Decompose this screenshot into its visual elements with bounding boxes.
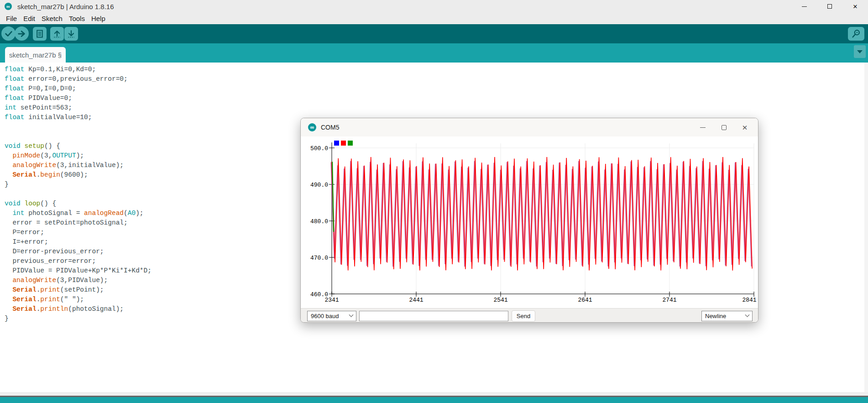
- plotter-control-bar: 9600 baud Send Newline: [301, 308, 758, 323]
- minimize-icon: [802, 6, 807, 7]
- arduino-logo-icon: ∞: [5, 3, 12, 10]
- title-bar[interactable]: ∞ sketch_mar27b | Arduino 1.8.16 ✕: [0, 0, 868, 13]
- code-line: float PIDValue=0;: [5, 94, 868, 103]
- upload-icon: [17, 29, 27, 39]
- window-title: sketch_mar27b | Arduino 1.8.16: [17, 3, 114, 10]
- svg-text:470.0: 470.0: [310, 255, 328, 262]
- svg-text:2541: 2541: [493, 297, 507, 304]
- verify-button[interactable]: [1, 26, 16, 41]
- serial-plotter-window: ∞ COM5 ✕ 500.0490.0480.0470.0460.0234124…: [300, 118, 758, 323]
- legend-swatch-series-red: [341, 141, 346, 146]
- menu-help[interactable]: Help: [88, 14, 109, 23]
- plotter-title-bar[interactable]: ∞ COM5 ✕: [301, 118, 758, 136]
- svg-text:2841: 2841: [742, 297, 756, 304]
- serial-monitor-button[interactable]: [848, 27, 864, 41]
- line-ending-value: Newline: [705, 313, 726, 319]
- open-icon: [52, 29, 62, 38]
- serial-monitor-icon: [851, 29, 861, 39]
- legend-swatch-series-green: [348, 141, 353, 146]
- baud-rate-select[interactable]: 9600 baud: [307, 311, 356, 321]
- maximize-icon: [722, 125, 727, 130]
- svg-text:2641: 2641: [578, 297, 592, 304]
- minimize-icon: [700, 127, 706, 128]
- code-line: int setPoint=563;: [5, 103, 868, 113]
- send-button[interactable]: Send: [512, 310, 535, 322]
- legend-swatch-series-blue: [334, 141, 339, 146]
- baud-rate-value: 9600 baud: [311, 313, 339, 319]
- tab-sketch-mar27b[interactable]: sketch_mar27b §: [5, 47, 66, 63]
- close-icon: ✕: [742, 124, 748, 131]
- open-button[interactable]: [50, 27, 64, 41]
- serial-plotter-chart: 500.0490.0480.0470.0460.0234124412541264…: [301, 136, 758, 308]
- plotter-minimize-button[interactable]: [692, 118, 713, 136]
- plot-legend: [334, 141, 353, 146]
- svg-text:2441: 2441: [409, 297, 423, 304]
- svg-text:2341: 2341: [324, 297, 339, 304]
- editor-scrollbar[interactable]: [864, 63, 868, 392]
- chevron-down-icon: [349, 313, 354, 317]
- toolbar: [0, 24, 868, 43]
- console-area: [0, 392, 868, 396]
- line-ending-select[interactable]: Newline: [701, 311, 753, 321]
- svg-text:500.0: 500.0: [310, 145, 328, 152]
- maximize-icon: [827, 4, 832, 9]
- plotter-maximize-button[interactable]: [713, 118, 734, 136]
- menu-file[interactable]: File: [3, 14, 20, 23]
- tab-list-button[interactable]: [854, 45, 866, 58]
- chevron-down-icon: [857, 50, 863, 53]
- menu-sketch[interactable]: Sketch: [38, 14, 66, 23]
- tab-label: sketch_mar27b §: [9, 51, 62, 59]
- menu-tools[interactable]: Tools: [66, 14, 88, 23]
- code-line: float P=0,I=0,D=0;: [5, 84, 868, 94]
- verify-icon: [4, 29, 14, 39]
- save-icon: [67, 29, 76, 38]
- svg-text:480.0: 480.0: [310, 218, 328, 225]
- svg-text:490.0: 490.0: [310, 182, 328, 188]
- plotter-close-button[interactable]: ✕: [734, 118, 755, 136]
- arduino-ide-window: ∞ sketch_mar27b | Arduino 1.8.16 ✕ FileE…: [0, 0, 868, 403]
- code-line: float error=0,previous_error=0;: [5, 74, 868, 84]
- status-bar: [0, 397, 868, 403]
- close-button[interactable]: ✕: [842, 0, 868, 13]
- save-button[interactable]: [64, 27, 78, 41]
- new-sketch-icon: [35, 29, 44, 38]
- code-line: float Kp=0.1,Ki=0,Kd=0;: [5, 65, 868, 74]
- menu-edit[interactable]: Edit: [20, 14, 38, 23]
- close-icon: ✕: [853, 4, 858, 10]
- svg-text:2741: 2741: [662, 297, 676, 304]
- tab-bar: sketch_mar27b §: [0, 43, 868, 63]
- plot-area: 500.0490.0480.0470.0460.0234124412541264…: [301, 136, 758, 308]
- plotter-window-title: COM5: [321, 124, 339, 131]
- menu-bar: FileEditSketchToolsHelp: [0, 13, 868, 24]
- upload-button[interactable]: [15, 26, 29, 41]
- new-sketch-button[interactable]: [33, 27, 47, 41]
- serial-send-input[interactable]: [359, 311, 508, 321]
- minimize-button[interactable]: [791, 0, 817, 13]
- arduino-logo-icon: ∞: [308, 123, 316, 131]
- maximize-button[interactable]: [817, 0, 842, 13]
- chevron-down-icon: [745, 313, 750, 317]
